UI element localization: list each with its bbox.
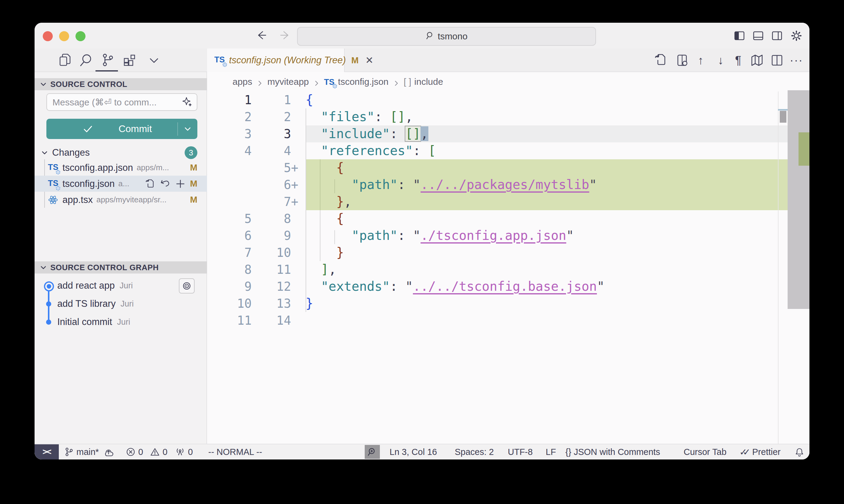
toggle-primary-sidebar-icon[interactable] [733,30,746,42]
breadcrumb-item-tsconfig-json[interactable]: tsconfig.json [338,77,389,87]
cursor-position-indicator[interactable]: Ln 3, Col 16 [390,444,437,460]
navigate-forward-icon[interactable] [279,29,292,42]
toggle-panel-icon[interactable] [752,30,764,42]
minimize-window-button[interactable] [59,31,69,41]
error-count: 0 [138,447,143,457]
previous-change-icon[interactable]: ↑ [693,53,708,68]
code-line-6[interactable]: 6+ "path": "../../packages/mytslib" [207,176,788,193]
indent-guide [320,210,321,261]
code-line-10[interactable]: 710 } [207,244,788,261]
code-line-7[interactable]: 7+ }, [207,193,788,210]
goto-head-target-icon[interactable] [179,278,195,293]
open-file-icon[interactable] [144,178,156,189]
notifications-bell-icon[interactable] [794,444,805,460]
settings-gear-icon[interactable] [790,30,803,42]
language-mode-indicator[interactable]: {} JSON with Comments [565,444,660,460]
ports-indicator[interactable]: 0 [175,444,193,460]
code-line-9[interactable]: 69 "path": "./tsconfig.app.json" [207,227,788,244]
file-name: tsconfig.json [63,178,115,189]
tab-completion-indicator[interactable]: Cursor Tab [684,444,726,460]
source-control-graph-section-header[interactable]: SOURCE CONTROL GRAPH [35,262,207,273]
encoding-indicator[interactable]: UTF-8 [508,444,533,460]
commit-message-input[interactable]: Message (⌘⏎ to comm... [46,93,197,111]
double-check-icon: ✓✓ [739,447,746,457]
more-views-chevron-icon[interactable] [146,52,162,68]
close-window-button[interactable] [43,31,53,41]
toggle-secondary-sidebar-icon[interactable] [771,30,783,42]
code-text [306,312,788,329]
more-actions-icon[interactable]: ··· [789,53,804,68]
commit-message: add react app [57,280,115,291]
explorer-icon[interactable] [57,52,73,68]
modified-line-number: 13 [252,295,291,312]
minimap-border [778,91,778,444]
commit-dropdown-chevron-icon[interactable] [178,119,197,139]
inline-view-icon[interactable] [675,53,690,68]
scrollbar-thumb[interactable] [788,90,809,309]
code-line-14[interactable]: 1114 [207,312,788,329]
code-text: "include": [], [306,125,788,142]
commit-row-add-ts-library[interactable]: add TS library Juri [35,295,207,312]
source-control-section-header[interactable]: SOURCE CONTROL [35,78,207,90]
code-line-4[interactable]: 44 "references": [ [207,142,788,159]
code-line-13[interactable]: 1013} [207,295,788,312]
vim-mode-indicator[interactable]: -- NORMAL -- [208,444,262,460]
code-line-11[interactable]: 811 ], [207,261,788,278]
problems-indicator[interactable]: 0 0 [125,444,167,460]
command-center-search[interactable]: tsmono [297,27,596,46]
code-line-3[interactable]: 33 "include": [], [207,125,788,142]
remote-indicator-icon[interactable]: >< [35,444,59,460]
breadcrumb-item-include[interactable]: include [414,77,443,87]
code-line-2[interactable]: 22 "files": [], [207,108,788,125]
code-line-8[interactable]: 58 { [207,210,788,227]
code-text: ], [306,261,788,278]
extensions-view-icon[interactable] [122,52,137,68]
eol-indicator[interactable]: LF [546,444,556,460]
discard-changes-icon[interactable] [160,178,171,189]
changes-header[interactable]: Changes 3 [35,146,207,159]
tab-close-icon[interactable]: ✕ [365,55,374,66]
modified-line-number: 2 [252,108,291,125]
modified-line-number: 1 [252,91,291,108]
maximize-window-button[interactable] [75,31,86,41]
formatter-indicator[interactable]: ✓✓ Prettier [739,444,781,460]
minimap-toggle-icon[interactable] [750,53,764,68]
file-name: app.tsx [63,195,93,205]
original-line-number: 11 [207,312,252,329]
generate-commit-message-sparkle-icon[interactable] [182,96,193,108]
head-commit-dot [44,282,54,291]
overview-ruler-added-marker [798,132,809,166]
change-row-tsconfig-app-json[interactable]: TS tsconfig.app.json apps/m... M [35,160,207,176]
branch-indicator[interactable]: main* [64,444,114,460]
whitespace-toggle-icon[interactable]: ¶ [730,53,746,68]
code-line-1[interactable]: 11{ [207,91,788,108]
zoom-level-icon[interactable] [365,445,380,459]
source-control-view-icon[interactable] [100,52,115,68]
next-change-icon[interactable]: ↓ [713,53,728,68]
commit-button-label: Commit [93,123,177,134]
change-row-tsconfig-json[interactable]: TS tsconfig.json a... M [35,176,207,192]
split-editor-icon[interactable] [770,53,785,68]
added-line-plus [291,278,303,295]
navigate-back-icon[interactable] [255,29,268,42]
open-file-icon[interactable] [653,53,668,68]
chevron-down-icon [39,80,47,88]
search-view-icon[interactable] [78,52,94,68]
code-line-12[interactable]: 912 "extends": "../../tsconfig.base.json… [207,278,788,295]
breadcrumb-item-myviteapp[interactable]: myviteapp [268,77,309,87]
breadcrumb-item-apps[interactable]: apps [232,77,252,87]
diff-editor[interactable]: 11{22 "files": [],33 "include": [],44 "r… [207,91,809,444]
vscode-window: tsmono [35,23,809,460]
commit-row-initial-commit[interactable]: Initial commit Juri [35,313,207,330]
commit-row-add-react-app[interactable]: add react app Juri [35,277,207,294]
commit-author: Juri [117,318,131,327]
stage-changes-plus-icon[interactable] [175,178,186,189]
indentation-indicator[interactable]: Spaces: 2 [455,444,494,460]
original-line-number: 9 [207,278,252,295]
change-row-app-tsx[interactable]: app.tsx apps/myviteapp/sr... M [35,192,207,208]
commit-button[interactable]: Commit [46,119,197,139]
added-line-plus [291,108,303,125]
tab-tsconfig-json-working-tree[interactable]: TS tsconfig.json (Working Tree) M ✕ [207,49,345,72]
code-line-5[interactable]: 5+ { [207,159,788,176]
check-icon [83,124,93,134]
